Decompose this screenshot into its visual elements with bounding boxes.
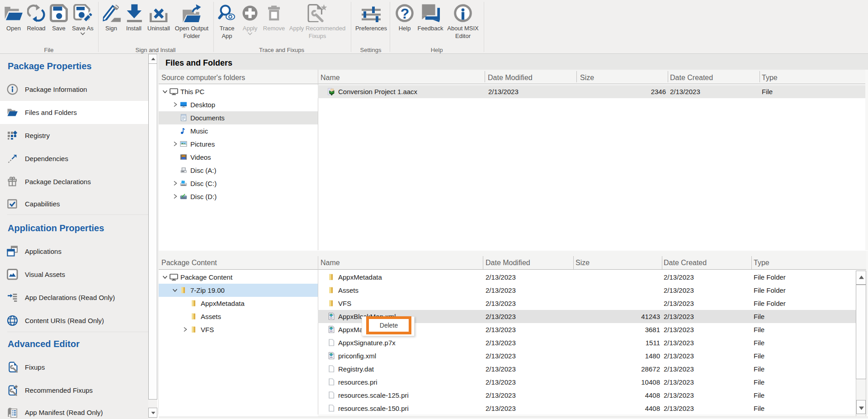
svg-text:?: ? <box>401 5 410 22</box>
